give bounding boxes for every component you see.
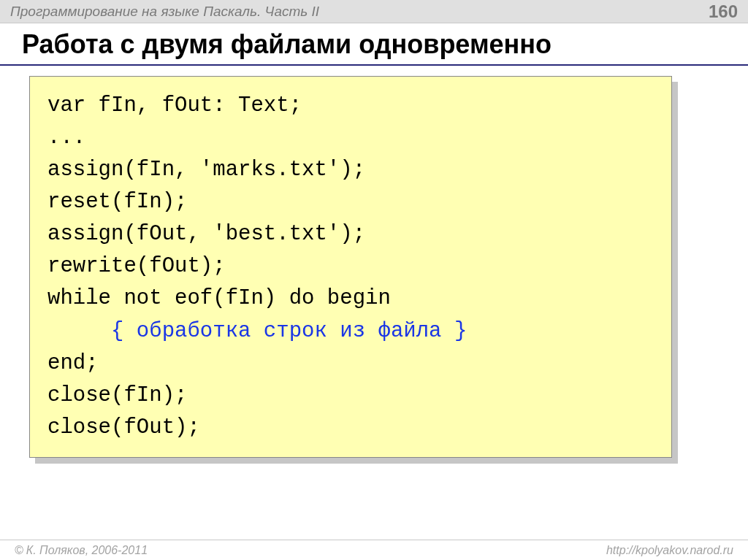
header-title: Программирование на языке Паскаль. Часть… (10, 4, 319, 20)
code-line: ... (47, 126, 85, 150)
slide-title: Работа с двумя файлами одновременно (0, 23, 748, 66)
code-line: while not eof(fIn) do begin (47, 286, 391, 310)
copyright-icon: © (15, 544, 23, 557)
code-comment: { обработка строк из файла } (111, 319, 467, 343)
footer-url: http://kpolyakov.narod.ru (606, 544, 733, 557)
code-block: var fIn, fOut: Text; ... assign(fIn, 'ma… (29, 76, 672, 458)
code-line: var fIn, fOut: Text; (47, 93, 302, 118)
code-line: assign(fOut, 'best.txt'); (47, 222, 365, 246)
page-number: 160 (709, 1, 738, 22)
header-bar: Программирование на языке Паскаль. Часть… (0, 0, 748, 23)
code-indent (47, 319, 111, 343)
footer-bar: © К. Поляков, 2006-2011 http://kpolyakov… (0, 540, 748, 560)
code-line: close(fOut); (47, 415, 200, 440)
code-line: assign(fIn, 'marks.txt'); (47, 158, 365, 182)
code-line: reset(fIn); (47, 190, 187, 214)
code-line: end; (47, 351, 99, 375)
code-line: rewrite(fOut); (47, 254, 226, 278)
code-wrap: var fIn, fOut: Text; ... assign(fIn, 'ma… (29, 76, 672, 458)
footer-author: © К. Поляков, 2006-2011 (15, 544, 148, 557)
author-text: К. Поляков, 2006-2011 (26, 544, 148, 557)
code-line: close(fIn); (47, 383, 187, 407)
